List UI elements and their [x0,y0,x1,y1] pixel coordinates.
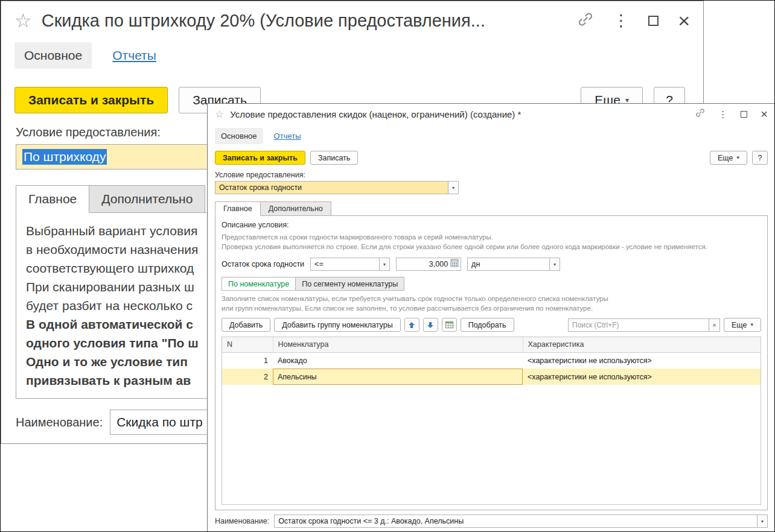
hint-line: Проверка условия выполняется по строке. … [222,242,761,252]
fill-hint: Заполните список номенклатуры, если треб… [222,294,761,313]
name-combobox: Остаток срока годности <= 3 д.: Авокадо,… [274,515,768,528]
favorite-star-icon[interactable]: ☆ [215,109,224,119]
operator-value[interactable]: <= [310,258,380,271]
tab-dopolnitelno[interactable]: Дополнительно [261,201,331,216]
expiry-label: Остаток срока годности [222,260,304,268]
days-value: 3,000 [400,260,448,268]
list-more-button[interactable]: Еще▾ [724,318,761,332]
chevron-down-icon[interactable]: ▾ [550,258,560,271]
maximize-icon[interactable] [648,16,659,26]
add-group-button[interactable]: Добавить группу номенклатуры [274,318,400,332]
column-header-nomenclature[interactable]: Номенклатура [273,337,523,352]
unit-value[interactable]: дн [467,258,550,271]
screen: ☆ Скидка по штрихкоду 20% (Условие предо… [0,0,775,532]
close-icon[interactable]: × [761,108,768,120]
table-row[interactable]: 1 Авокадо <характеристики не используютс… [222,352,761,369]
main-panel: Описание условия: Предоставляется на сро… [215,215,768,510]
selected-text: По штрихкоду [22,149,107,165]
operator-combobox: <= ▾ [310,258,390,271]
add-button[interactable]: Добавить [222,318,270,332]
cell-characteristic[interactable]: <характеристики не используются> [523,369,761,385]
chevron-down-icon: ▾ [750,322,753,328]
days-number-field[interactable]: 3,000 [396,258,461,271]
foreground-window-condition: ☆ Условие предоставления скидок (наценок… [207,103,775,532]
tab-glavnoe[interactable]: Главное [215,201,261,216]
calculator-icon[interactable] [450,259,459,270]
toggle-by-nomenclature[interactable]: По номенклатуре [222,277,296,291]
cell-characteristic[interactable]: <характеристики не используются> [523,352,761,369]
search-box: × [568,318,720,332]
title-bar-icons: ⋮ × [578,10,690,31]
kebab-menu-icon[interactable]: ⋮ [718,110,727,119]
cell-n[interactable]: 1 [222,352,273,369]
chevron-down-icon: ▾ [736,155,739,160]
help-button[interactable]: ? [752,151,768,165]
name-row: Наименование: Остаток срока годности <= … [208,510,775,532]
tab-reports[interactable]: Отчеты [112,48,156,63]
chevron-down-icon[interactable]: ▾ [380,258,390,271]
nomenclature-table: N Номенклатура Характеристика 1 Авокадо … [222,337,761,385]
window-title: Условие предоставления скидок (наценок, … [230,109,689,119]
title-bar: ☆ Скидка по штрихкоду 20% (Условие предо… [1,1,703,40]
tab-glavnoe[interactable]: Главное [16,185,89,213]
name-label: Наименование: [215,517,269,525]
unit-combobox: дн ▾ [467,258,560,271]
page-tabs: Главное Дополнительно [215,201,775,216]
name-label: Наименование: [16,416,103,429]
description-hint: Предоставляется на сроки годности маркир… [222,232,761,252]
chevron-down-icon[interactable]: ▾ [757,515,768,528]
column-header-characteristic[interactable]: Характеристика [523,337,761,352]
column-header-n[interactable]: N [222,337,273,352]
toggle-by-segment[interactable]: По сегменту номенклатуры [296,277,404,291]
link-icon[interactable] [695,108,705,120]
move-up-button[interactable] [404,318,419,332]
name-value[interactable]: Остаток срока годности <= 3 д.: Авокадо,… [274,515,757,528]
kebab-menu-icon[interactable]: ⋮ [613,13,629,29]
tab-main[interactable]: Основное [215,128,263,144]
cell-n[interactable]: 2 [222,369,273,385]
section-tabs: Основное Отчеты [208,124,775,147]
table-row-selected[interactable]: 2 Апельсины <характеристики не использую… [222,369,761,385]
tab-main[interactable]: Основное [14,42,92,69]
move-down-icon [426,321,435,329]
list-settings-icon [445,320,454,329]
clear-search-icon[interactable]: × [709,318,720,332]
link-icon[interactable] [578,11,593,30]
save-and-close-button[interactable]: Записать и закрыть [14,87,168,113]
nomenclature-table-area[interactable]: N Номенклатура Характеристика 1 Авокадо … [222,337,761,505]
list-settings-button[interactable] [442,318,457,332]
title-bar-icons: ⋮ × [695,108,768,120]
condition-label: Условие предоставления: [215,171,775,179]
cell-nomenclature-focused[interactable]: Апельсины [273,369,523,385]
title-bar: ☆ Условие предоставления скидок (наценок… [208,104,775,124]
command-bar: Записать и закрыть Записать Еще▾ ? [208,151,775,165]
description-label: Описание условия: [222,221,761,229]
filter-mode-toggle: По номенклатуре По сегменту номенклатуры [222,277,761,291]
save-button[interactable]: Записать [310,151,358,165]
tab-reports[interactable]: Отчеты [274,131,301,141]
move-up-icon [407,321,416,329]
hint-line: Предоставляется на сроки годности маркир… [222,232,761,242]
list-toolbar: Добавить Добавить группу номенклатуры По… [222,318,761,332]
section-tabs: Основное Отчеты [1,40,703,71]
window-title: Скидка по штрихкоду 20% (Условие предост… [42,11,568,31]
search-input[interactable] [568,318,709,332]
maximize-icon[interactable] [741,111,747,118]
more-button[interactable]: Еще▾ [710,151,747,165]
hint-line: Заполните список номенклатуры, если треб… [222,294,761,303]
cell-nomenclature[interactable]: Авокадо [273,352,523,369]
hint-line: или групп номенклатуры. Если список не з… [222,303,761,313]
close-icon[interactable]: × [678,10,690,31]
move-down-button[interactable] [423,318,438,332]
pick-button[interactable]: Подобрать [461,318,514,332]
tab-dopolnitelno[interactable]: Дополнительно [89,185,205,213]
expiry-condition-row: Остаток срока годности <= ▾ 3,000 дн ▾ [222,258,761,271]
save-and-close-button[interactable]: Записать и закрыть [215,151,305,165]
favorite-star-icon[interactable]: ☆ [14,11,32,30]
table-header-row: N Номенклатура Характеристика [222,337,761,352]
